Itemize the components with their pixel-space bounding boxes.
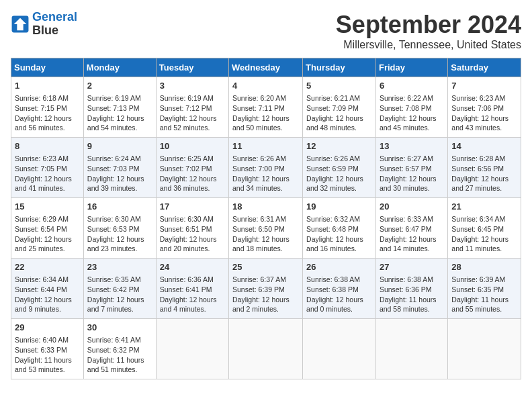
sunrise-text: Sunrise: 6:25 AM [160, 154, 225, 164]
sunrise-text: Sunrise: 6:26 AM [306, 154, 372, 164]
sunrise-text: Sunrise: 6:29 AM [15, 214, 80, 224]
calendar-cell [448, 319, 521, 379]
daylight-text: Daylight: 12 hours and 2 minutes. [232, 295, 299, 314]
sunrise-text: Sunrise: 6:30 AM [87, 214, 152, 224]
sunset-text: Sunset: 7:08 PM [380, 103, 444, 113]
calendar-cell [156, 319, 228, 379]
calendar-cell: 13Sunrise: 6:27 AMSunset: 6:57 PMDayligh… [375, 138, 447, 198]
day-number: 19 [306, 201, 372, 213]
daylight-text: Daylight: 11 hours and 58 minutes. [380, 295, 444, 314]
header-friday: Friday [375, 58, 447, 77]
header-thursday: Thursday [303, 58, 376, 77]
daylight-text: Daylight: 12 hours and 0 minutes. [306, 295, 372, 314]
daylight-text: Daylight: 12 hours and 50 minutes. [232, 113, 299, 133]
daylight-text: Daylight: 12 hours and 30 minutes. [380, 174, 444, 193]
day-number: 23 [87, 261, 152, 273]
sunset-text: Sunset: 6:41 PM [160, 285, 225, 295]
sunrise-text: Sunrise: 6:35 AM [87, 275, 152, 285]
calendar-cell: 16Sunrise: 6:30 AMSunset: 6:53 PMDayligh… [83, 198, 156, 259]
sunrise-text: Sunrise: 6:34 AM [451, 214, 517, 224]
daylight-text: Daylight: 12 hours and 45 minutes. [380, 113, 444, 133]
sunrise-text: Sunrise: 6:33 AM [380, 214, 444, 224]
calendar-cell: 18Sunrise: 6:31 AMSunset: 6:50 PMDayligh… [229, 198, 303, 259]
sunset-text: Sunset: 6:44 PM [15, 285, 80, 295]
header-saturday: Saturday [448, 58, 521, 77]
sunset-text: Sunset: 7:06 PM [451, 103, 517, 113]
sunrise-text: Sunrise: 6:28 AM [451, 154, 517, 164]
daylight-text: Daylight: 12 hours and 39 minutes. [87, 174, 152, 193]
calendar-cell: 1Sunrise: 6:18 AMSunset: 7:15 PMDaylight… [11, 77, 84, 138]
day-number: 21 [451, 201, 517, 213]
sunset-text: Sunset: 6:45 PM [451, 224, 517, 234]
sunset-text: Sunset: 7:11 PM [232, 103, 299, 113]
sunset-text: Sunset: 6:56 PM [451, 164, 517, 174]
sunset-text: Sunset: 6:36 PM [380, 285, 444, 295]
sunrise-text: Sunrise: 6:31 AM [232, 214, 299, 224]
calendar-cell [375, 319, 447, 379]
calendar-cell: 14Sunrise: 6:28 AMSunset: 6:56 PMDayligh… [448, 138, 521, 198]
daylight-text: Daylight: 12 hours and 41 minutes. [15, 174, 80, 193]
day-number: 14 [451, 140, 517, 152]
sunset-text: Sunset: 6:39 PM [232, 285, 299, 295]
logo-text: General Blue [32, 11, 77, 38]
header-monday: Monday [83, 58, 156, 77]
sunset-text: Sunset: 6:33 PM [15, 345, 80, 355]
calendar-cell: 17Sunrise: 6:30 AMSunset: 6:51 PMDayligh… [156, 198, 228, 259]
calendar-table: SundayMondayTuesdayWednesdayThursdayFrid… [11, 58, 521, 379]
day-number: 20 [380, 201, 444, 213]
daylight-text: Daylight: 12 hours and 43 minutes. [451, 113, 517, 133]
calendar-cell: 28Sunrise: 6:39 AMSunset: 6:35 PMDayligh… [448, 259, 521, 319]
calendar-cell: 24Sunrise: 6:36 AMSunset: 6:41 PMDayligh… [156, 259, 228, 319]
sunset-text: Sunset: 6:47 PM [380, 224, 444, 234]
day-number: 9 [87, 140, 152, 152]
sunset-text: Sunset: 7:02 PM [160, 164, 225, 174]
daylight-text: Daylight: 12 hours and 32 minutes. [306, 174, 372, 193]
day-number: 26 [306, 261, 372, 273]
day-number: 25 [232, 261, 299, 273]
sunset-text: Sunset: 7:09 PM [306, 103, 372, 113]
logo: General Blue [11, 11, 77, 38]
calendar-cell: 3Sunrise: 6:19 AMSunset: 7:12 PMDaylight… [156, 77, 228, 138]
day-number: 1 [15, 80, 80, 92]
calendar-cell: 26Sunrise: 6:38 AMSunset: 6:38 PMDayligh… [303, 259, 376, 319]
calendar-cell: 11Sunrise: 6:26 AMSunset: 7:00 PMDayligh… [229, 138, 303, 198]
daylight-text: Daylight: 12 hours and 56 minutes. [15, 113, 80, 133]
day-number: 15 [15, 201, 80, 213]
sunrise-text: Sunrise: 6:36 AM [160, 275, 225, 285]
sunrise-text: Sunrise: 6:38 AM [306, 275, 372, 285]
day-number: 17 [160, 201, 225, 213]
sunset-text: Sunset: 7:05 PM [15, 164, 80, 174]
daylight-text: Daylight: 12 hours and 52 minutes. [160, 113, 225, 133]
daylight-text: Daylight: 12 hours and 23 minutes. [87, 234, 152, 254]
sunset-text: Sunset: 7:03 PM [87, 164, 152, 174]
logo-icon [11, 15, 30, 34]
sunset-text: Sunset: 6:42 PM [87, 285, 152, 295]
sunrise-text: Sunrise: 6:23 AM [15, 154, 80, 164]
sunrise-text: Sunrise: 6:37 AM [232, 275, 299, 285]
day-number: 30 [87, 322, 152, 334]
calendar-cell: 6Sunrise: 6:22 AMSunset: 7:08 PMDaylight… [375, 77, 447, 138]
header-wednesday: Wednesday [229, 58, 303, 77]
day-number: 2 [87, 80, 152, 92]
day-number: 29 [15, 322, 80, 334]
sunrise-text: Sunrise: 6:20 AM [232, 93, 299, 103]
daylight-text: Daylight: 12 hours and 36 minutes. [160, 174, 225, 193]
daylight-text: Daylight: 12 hours and 27 minutes. [451, 174, 517, 193]
sunrise-text: Sunrise: 6:27 AM [380, 154, 444, 164]
daylight-text: Daylight: 11 hours and 55 minutes. [451, 295, 517, 314]
day-number: 27 [380, 261, 444, 273]
day-number: 11 [232, 140, 299, 152]
week-row-2: 8Sunrise: 6:23 AMSunset: 7:05 PMDaylight… [11, 138, 521, 198]
calendar-cell: 4Sunrise: 6:20 AMSunset: 7:11 PMDaylight… [229, 77, 303, 138]
day-number: 12 [306, 140, 372, 152]
calendar-cell: 30Sunrise: 6:41 AMSunset: 6:32 PMDayligh… [83, 319, 156, 379]
sunset-text: Sunset: 6:35 PM [451, 285, 517, 295]
daylight-text: Daylight: 12 hours and 4 minutes. [160, 295, 225, 314]
week-row-3: 15Sunrise: 6:29 AMSunset: 6:54 PMDayligh… [11, 198, 521, 259]
daylight-text: Daylight: 12 hours and 48 minutes. [306, 113, 372, 133]
sunrise-text: Sunrise: 6:41 AM [87, 335, 152, 345]
sunrise-text: Sunrise: 6:38 AM [380, 275, 444, 285]
day-number: 7 [451, 80, 517, 92]
daylight-text: Daylight: 11 hours and 51 minutes. [87, 355, 152, 375]
sunset-text: Sunset: 6:51 PM [160, 224, 225, 234]
